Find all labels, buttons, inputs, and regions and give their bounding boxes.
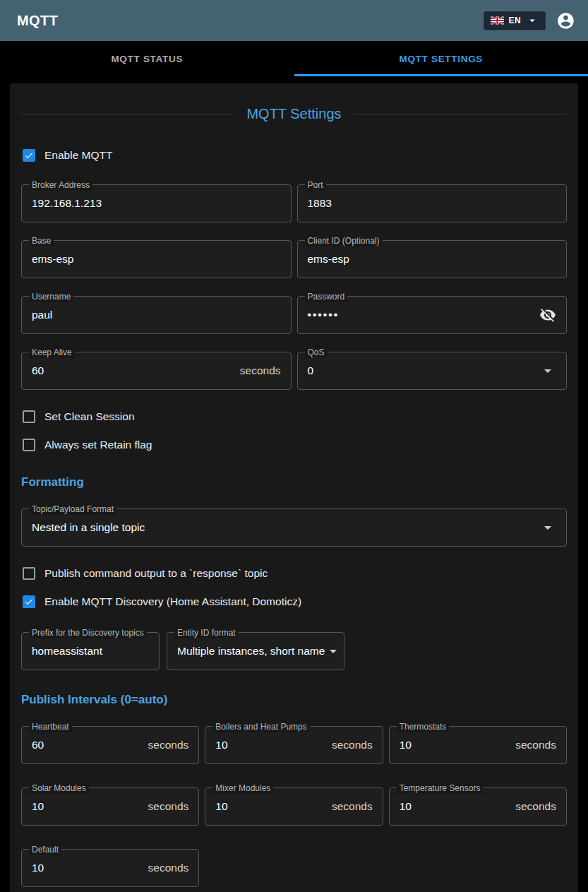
- base-field[interactable]: Base ems-esp: [21, 240, 292, 278]
- checkbox-label: Set Clean Session: [44, 410, 135, 423]
- field-suffix: seconds: [148, 800, 189, 813]
- checkbox-label: Publish command output to a `response` t…: [44, 567, 268, 580]
- default-interval-field[interactable]: Default 10 seconds: [21, 849, 199, 887]
- app-bar-actions: EN: [483, 11, 575, 31]
- settings-card: MQTT Settings Enable MQTT Broker Address…: [10, 83, 578, 892]
- retain-flag-checkbox-row[interactable]: Always set Retain flag: [21, 436, 567, 454]
- thermostats-interval-field[interactable]: Thermostats 10 seconds: [389, 726, 567, 764]
- field-value: 0: [308, 364, 314, 377]
- page-title: MQTT Settings: [21, 106, 567, 122]
- field-value: 192.168.1.213: [32, 197, 102, 210]
- checkbox-label: Enable MQTT: [44, 149, 112, 162]
- dropdown-arrow-icon: [325, 643, 342, 660]
- field-value: 10: [32, 800, 44, 813]
- field-label: Boilers and Heat Pumps: [212, 721, 309, 732]
- visibility-off-icon[interactable]: [539, 307, 556, 323]
- field-label: Password: [305, 291, 348, 302]
- field-label: Heartbeat: [29, 721, 72, 732]
- field-label: Prefix for the Discovery topics: [29, 627, 147, 638]
- checkbox-label: Always set Retain flag: [44, 439, 152, 451]
- check-icon: [24, 596, 34, 607]
- field-value: Nested in a single topic: [32, 521, 145, 534]
- checkbox-label: Enable MQTT Discovery (Home Assistant, D…: [44, 595, 301, 608]
- clean-session-checkbox-row[interactable]: Set Clean Session: [21, 408, 567, 426]
- tab-bar: MQTT STATUS MQTT SETTINGS: [0, 41, 588, 76]
- password-field[interactable]: Password ••••••: [297, 296, 568, 334]
- username-field[interactable]: Username paul: [21, 296, 292, 334]
- temperature-sensors-interval-field[interactable]: Temperature Sensors 10 seconds: [389, 787, 567, 826]
- field-value: 10: [215, 800, 227, 813]
- app-bar: MQTT EN: [0, 0, 588, 41]
- language-selector-button[interactable]: EN: [483, 11, 546, 31]
- field-value: paul: [32, 309, 52, 321]
- field-label: Topic/Payload Format: [29, 504, 116, 515]
- keep-alive-field[interactable]: Keep Alive 60 seconds: [21, 352, 292, 390]
- mqtt-discovery-checkbox[interactable]: [23, 595, 35, 608]
- publish-response-checkbox[interactable]: [23, 567, 35, 580]
- retain-flag-checkbox[interactable]: [23, 439, 35, 451]
- tab-mqtt-settings[interactable]: MQTT SETTINGS: [294, 41, 588, 76]
- formatting-heading: Formatting: [21, 475, 567, 489]
- broker-address-field[interactable]: Broker Address 192.168.1.213: [21, 184, 292, 222]
- field-suffix: seconds: [148, 739, 189, 751]
- field-label: Entity ID format: [174, 627, 239, 638]
- caret-down-icon: [526, 14, 539, 27]
- field-value: 10: [32, 862, 44, 874]
- mixer-interval-field[interactable]: Mixer Modules 10 seconds: [205, 787, 383, 826]
- field-value: 60: [32, 364, 44, 377]
- field-suffix: seconds: [515, 739, 556, 751]
- field-value: 60: [32, 739, 44, 751]
- language-label: EN: [509, 16, 521, 25]
- field-label: Base: [29, 235, 54, 246]
- field-value: homeassistant: [32, 645, 102, 658]
- port-field[interactable]: Port 1883: [297, 184, 568, 222]
- field-label: Solar Modules: [29, 783, 89, 794]
- field-value: 10: [215, 739, 227, 751]
- discovery-prefix-field[interactable]: Prefix for the Discovery topics homeassi…: [21, 632, 160, 670]
- field-label: Thermostats: [397, 721, 450, 732]
- topic-format-select[interactable]: Topic/Payload Format Nested in a single …: [21, 509, 567, 547]
- field-value: ••••••: [308, 309, 340, 321]
- account-circle-icon[interactable]: [556, 11, 575, 30]
- field-suffix: seconds: [332, 800, 373, 813]
- field-value: 1883: [308, 197, 332, 210]
- boilers-interval-field[interactable]: Boilers and Heat Pumps 10 seconds: [205, 726, 383, 764]
- field-label: Broker Address: [29, 179, 92, 191]
- enable-mqtt-checkbox[interactable]: [23, 149, 35, 162]
- field-label: Username: [29, 291, 73, 302]
- publish-response-checkbox-row[interactable]: Publish command output to a `response` t…: [21, 564, 567, 583]
- dropdown-arrow-icon: [539, 519, 556, 536]
- field-value: ems-esp: [308, 253, 349, 266]
- field-label: Default: [29, 844, 61, 855]
- mqtt-discovery-checkbox-row[interactable]: Enable MQTT Discovery (Home Assistant, D…: [21, 593, 567, 611]
- field-label: Keep Alive: [29, 347, 75, 358]
- client-id-field[interactable]: Client ID (Optional) ems-esp: [297, 240, 568, 278]
- field-value: 10: [400, 800, 412, 813]
- publish-intervals-heading: Publish Intervals (0=auto): [21, 693, 567, 707]
- solar-interval-field[interactable]: Solar Modules 10 seconds: [21, 787, 199, 826]
- enable-mqtt-checkbox-row[interactable]: Enable MQTT: [21, 146, 567, 165]
- field-value: ems-esp: [32, 253, 73, 266]
- entity-id-format-select[interactable]: Entity ID format Multiple instances, sho…: [167, 632, 344, 670]
- field-value: Multiple instances, short name: [177, 645, 325, 658]
- field-suffix: seconds: [240, 364, 281, 377]
- field-label: Port: [305, 179, 326, 191]
- field-suffix: seconds: [332, 739, 373, 751]
- field-suffix: seconds: [148, 862, 189, 874]
- field-suffix: seconds: [515, 800, 556, 813]
- field-label: Client ID (Optional): [305, 235, 383, 246]
- heartbeat-interval-field[interactable]: Heartbeat 60 seconds: [21, 726, 199, 764]
- field-value: 10: [400, 739, 412, 751]
- tab-mqtt-status[interactable]: MQTT STATUS: [0, 41, 294, 76]
- field-label: Temperature Sensors: [397, 783, 484, 794]
- uk-flag-icon: [491, 16, 504, 25]
- qos-select[interactable]: QoS 0: [297, 352, 568, 390]
- dropdown-arrow-icon: [539, 362, 556, 379]
- check-icon: [24, 150, 34, 161]
- clean-session-checkbox[interactable]: [23, 410, 35, 423]
- field-label: Mixer Modules: [212, 783, 273, 794]
- app-title: MQTT: [17, 13, 58, 29]
- field-label: QoS: [305, 347, 328, 358]
